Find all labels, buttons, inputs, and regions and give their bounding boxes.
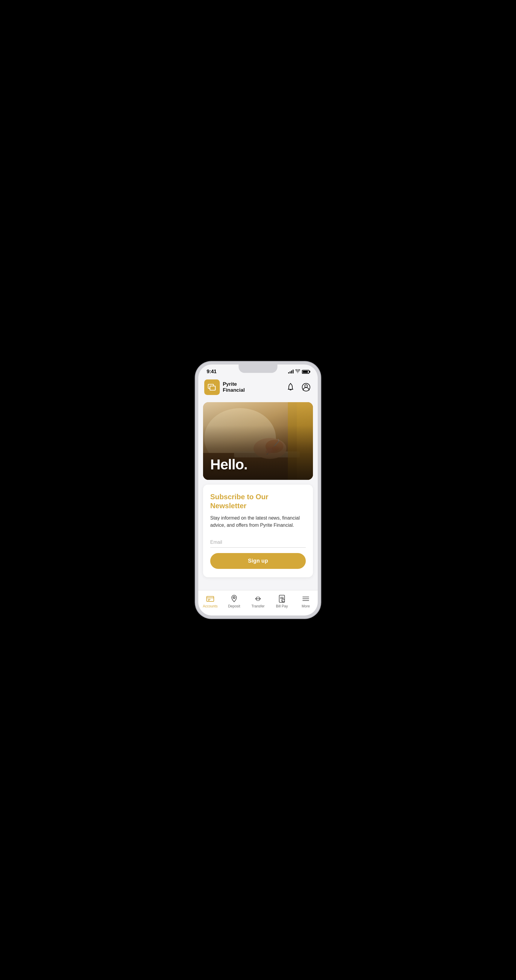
- accounts-label: Accounts: [203, 604, 218, 608]
- email-input-wrapper: [210, 537, 306, 548]
- main-content[interactable]: Hello. Subscribe to Our Newsletter Stay …: [198, 399, 318, 590]
- billpay-label: Bill Pay: [276, 604, 288, 608]
- signup-button[interactable]: Sign up: [210, 553, 306, 569]
- wifi-icon: [295, 369, 300, 374]
- app-logo: [204, 379, 220, 395]
- profile-button[interactable]: [300, 382, 312, 393]
- signal-icon: [288, 370, 294, 374]
- phone-screen: 9:41: [198, 364, 318, 616]
- more-label: More: [302, 604, 310, 608]
- nav-item-more[interactable]: More: [294, 593, 318, 609]
- svg-text:$: $: [282, 600, 284, 602]
- logo-text: Pyrite Financial: [223, 381, 245, 393]
- nav-item-billpay[interactable]: $ Bill Pay: [270, 593, 294, 609]
- transfer-icon: [254, 595, 262, 603]
- notch: [238, 364, 278, 373]
- email-input[interactable]: [210, 537, 306, 548]
- logo-area: Pyrite Financial: [204, 379, 245, 395]
- newsletter-title: Subscribe to Our Newsletter: [210, 492, 306, 510]
- more-icon: [302, 595, 310, 603]
- hero-card: Hello.: [203, 402, 313, 480]
- nav-item-deposit[interactable]: $ Deposit: [222, 593, 246, 609]
- phone-frame: 9:41: [195, 361, 321, 619]
- app-name-line1: Pyrite: [223, 381, 245, 387]
- svg-rect-20: [206, 597, 214, 601]
- app-header: Pyrite Financial: [198, 377, 318, 399]
- nav-item-transfer[interactable]: Transfer: [246, 593, 270, 609]
- battery-icon: [302, 370, 310, 374]
- nav-item-accounts[interactable]: Accounts: [198, 593, 222, 609]
- newsletter-card: Subscribe to Our Newsletter Stay informe…: [203, 485, 313, 577]
- svg-text:$: $: [233, 597, 235, 599]
- newsletter-description: Stay informed on the latest news, financ…: [210, 514, 306, 529]
- billpay-icon: $: [278, 595, 286, 603]
- notification-button[interactable]: [285, 382, 296, 393]
- app-name-line2: Financial: [223, 387, 245, 393]
- transfer-label: Transfer: [251, 604, 265, 608]
- header-icons: [285, 382, 312, 393]
- deposit-label: Deposit: [228, 604, 240, 608]
- status-icons: [288, 369, 310, 374]
- svg-rect-1: [210, 386, 215, 390]
- deposit-icon: $: [230, 595, 238, 603]
- bottom-nav: Accounts $ Deposit: [198, 590, 318, 616]
- status-time: 9:41: [206, 369, 216, 375]
- accounts-icon: [206, 595, 214, 603]
- hero-greeting: Hello.: [210, 456, 248, 473]
- svg-point-5: [305, 385, 308, 388]
